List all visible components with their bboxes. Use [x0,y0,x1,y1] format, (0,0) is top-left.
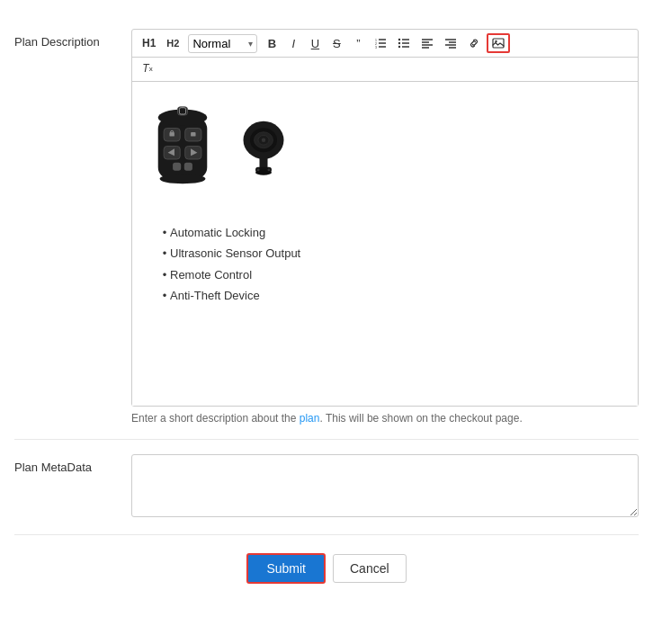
feature-item: Anti-Theft Device [170,285,623,306]
plan-description-field: H1 H2 Normal Heading 1 Heading 2 Heading… [131,29,639,425]
editor-content-area[interactable]: Automatic Locking Ultrasonic Sensor Outp… [132,82,638,406]
plan-metadata-row: Plan MetaData [14,440,639,535]
svg-rect-34 [173,163,181,171]
rich-text-editor: H1 H2 Normal Heading 1 Heading 2 Heading… [131,29,639,407]
svg-point-8 [398,46,400,48]
metadata-textarea[interactable] [131,454,639,517]
svg-rect-29 [191,132,195,137]
align-left-button[interactable] [416,34,438,52]
svg-point-45 [257,168,260,171]
link-button[interactable] [463,34,485,52]
underline-button[interactable]: U [305,34,325,53]
svg-point-6 [398,39,400,40]
plan-metadata-field [131,454,639,520]
plan-description-row: Plan Description H1 H2 Normal Heading 1 … [14,14,639,440]
svg-point-7 [398,42,400,44]
blockquote-button[interactable]: ” [348,34,368,53]
key-fob-image [147,105,219,195]
svg-point-41 [262,139,266,143]
svg-point-21 [496,40,497,42]
align-right-button[interactable] [440,34,461,52]
bold-button[interactable]: B [262,34,282,53]
alarm-horn-image [237,119,291,182]
toolbar-row-2: Tx [132,58,638,82]
form-actions: Submit Cancel [14,535,639,602]
helper-highlight: plan [300,412,320,425]
plan-description-label: Plan Description [14,29,131,50]
helper-prefix: Enter a short description about the [131,412,300,425]
svg-rect-35 [184,163,192,171]
feature-item: Automatic Locking [170,222,623,243]
svg-text:3: 3 [375,46,377,49]
cancel-button[interactable]: Cancel [333,554,407,583]
svg-point-46 [268,168,271,171]
svg-point-36 [160,174,206,183]
svg-rect-27 [169,132,174,137]
plan-metadata-label: Plan MetaData [14,454,131,476]
h2-button[interactable]: H2 [162,35,183,51]
strikethrough-button[interactable]: S [326,34,346,53]
format-select[interactable]: Normal Heading 1 Heading 2 Heading 3 [192,37,259,50]
clear-format-button[interactable]: Tx [138,59,157,77]
helper-text: Enter a short description about the plan… [131,412,639,425]
product-images-container [147,96,623,204]
unordered-list-button[interactable] [393,34,415,52]
feature-item: Remote Control [170,264,623,285]
image-button[interactable] [487,33,510,53]
h1-button[interactable]: H1 [138,34,160,52]
ordered-list-button[interactable]: 1 2 3 [370,34,391,52]
format-select-wrap: Normal Heading 1 Heading 2 Heading 3 ▾ [188,34,257,53]
submit-button[interactable]: Submit [246,553,326,584]
feature-item: Ultrasonic Sensor Output [170,243,623,264]
italic-button[interactable]: I [283,34,303,53]
toolbar-row-1: H1 H2 Normal Heading 1 Heading 2 Heading… [132,30,638,58]
helper-suffix: . This will be shown on the checkout pag… [319,412,522,425]
feature-list: Automatic Locking Ultrasonic Sensor Outp… [147,222,623,307]
